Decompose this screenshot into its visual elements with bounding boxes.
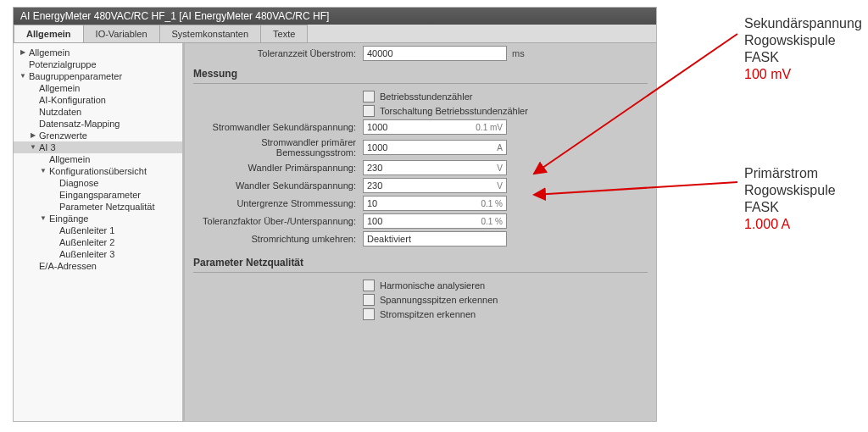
tab-texte[interactable]: Texte	[260, 25, 308, 42]
chevron-icon[interactable]: ▼	[39, 167, 47, 175]
input-toleranzzeit[interactable]: 40000	[363, 46, 507, 61]
tree-spacer	[49, 226, 58, 235]
tree-spacer	[29, 262, 37, 270]
unit-label: 0.1 mV	[470, 123, 503, 132]
tree-item[interactable]: ▼AI 3	[14, 141, 182, 153]
value-input[interactable]: 230V	[363, 160, 507, 175]
tree-item[interactable]: Allgemein	[14, 153, 182, 165]
chevron-icon[interactable]: ▶	[19, 48, 27, 57]
window-title: AI EnergyMeter 480VAC/RC HF_1 [AI Energy…	[14, 8, 656, 25]
tree-item-label: Diagnose	[59, 178, 98, 188]
unit-label: V	[492, 163, 503, 173]
tree-spacer	[49, 238, 58, 246]
tree-item[interactable]: ▶Grenzwerte	[14, 130, 182, 141]
tab-bar: Allgemein IO-Variablen Systemkonstanten …	[14, 25, 656, 43]
tree-item[interactable]: ▼Baugruppenparameter	[14, 70, 182, 82]
tree-item-label: E/A-Adressen	[39, 261, 97, 271]
unit-label: 0.1 %	[476, 199, 503, 208]
value-input[interactable]: 230V	[363, 178, 507, 193]
content-pane: Toleranzzeit Überstrom: 40000 ms Messung…	[185, 43, 656, 421]
tree-item[interactable]: Allgemein	[14, 82, 182, 94]
group-messung: Messung Betriebsstundenzähler Torschaltu…	[193, 66, 648, 246]
group-title-messung: Messung	[193, 66, 648, 84]
tree-item-label: Konfigurationsübersicht	[49, 166, 147, 176]
app-window: AI EnergyMeter 480VAC/RC HF_1 [AI Energy…	[13, 7, 657, 422]
tab-io-variablen[interactable]: IO-Variablen	[83, 25, 160, 42]
tree-item-label: Allgemein	[49, 154, 90, 164]
tree-item[interactable]: AI-Konfiguration	[14, 94, 182, 106]
tree-spacer	[49, 191, 58, 199]
tab-allgemein[interactable]: Allgemein	[14, 25, 84, 42]
tree-item-label: Grenzwerte	[39, 130, 87, 141]
tree-item-label: Außenleiter 2	[59, 237, 114, 247]
check-betriebsstunden[interactable]: Betriebsstundenzähler	[363, 91, 648, 102]
tree-item-label: Nutzdaten	[39, 107, 81, 117]
tree-spacer	[49, 250, 58, 258]
tree-item-label: Eingangsparameter	[59, 190, 141, 200]
tree-item[interactable]: Datensatz-Mapping	[14, 118, 182, 130]
value-input[interactable]: 1000.1 %	[363, 213, 507, 229]
group-title-netzqualitaet: Parameter Netzqualität	[193, 255, 648, 273]
tree-item-label: Außenleiter 3	[59, 249, 114, 259]
chevron-icon[interactable]: ▼	[19, 72, 27, 80]
tree-spacer	[19, 60, 27, 69]
field-label: Stromrichtung umkehren:	[193, 234, 363, 244]
tree-item-label: Allgemein	[39, 83, 80, 93]
unit-label: V	[492, 181, 503, 191]
tree-item[interactable]: Nutzdaten	[14, 106, 182, 118]
field-label: Untergrenze Strommessung:	[193, 198, 363, 208]
checkbox-icon	[363, 105, 375, 117]
tree-item[interactable]: ▼Eingänge	[14, 213, 182, 224]
tree-item-label: Außenleiter 1	[59, 225, 114, 235]
unit-ms: ms	[512, 48, 536, 58]
value-input[interactable]: Deaktiviert	[363, 231, 507, 246]
checkbox-icon	[363, 91, 375, 102]
tree-item[interactable]: ▼Konfigurationsübersicht	[14, 165, 182, 177]
value-input[interactable]: 10000.1 mV	[363, 119, 507, 135]
tree-item-label: Parameter Netzqualität	[59, 202, 155, 212]
tree-item[interactable]: Außenleiter 1	[14, 224, 182, 236]
check-stromspitzen[interactable]: Stromspitzen erkennen	[363, 308, 648, 320]
tree-item[interactable]: E/A-Adressen	[14, 260, 182, 272]
annotation-primaerstrom: Primärstrom Rogowskispule FASK 1.000 A	[744, 165, 868, 233]
field-label: Wandler Sekundärspannung:	[193, 180, 363, 191]
value-input[interactable]: 1000A	[363, 140, 507, 155]
tree-item-label: Datensatz-Mapping	[39, 119, 120, 129]
label-toleranzzeit: Toleranzzeit Überstrom:	[193, 48, 363, 58]
tree-item[interactable]: ▶Allgemein	[14, 47, 182, 58]
annotation-sekundaerspannung: Sekundärspannung Rogowskispule FASK 100 …	[744, 15, 868, 83]
chevron-icon[interactable]: ▼	[39, 214, 47, 223]
field-label: Stromwandler Sekundärspannung:	[193, 122, 363, 132]
property-tree: ▶AllgemeinPotenzialgruppe▼Baugruppenpara…	[14, 43, 183, 421]
tree-item[interactable]: Diagnose	[14, 177, 182, 189]
tab-systemkonstanten[interactable]: Systemkonstanten	[159, 25, 262, 42]
tree-spacer	[39, 155, 47, 163]
field-label: Stromwandler primärer Bemessungsstrom:	[193, 137, 363, 158]
tree-item-label: AI 3	[39, 142, 56, 152]
chevron-icon[interactable]: ▼	[29, 143, 37, 152]
tree-spacer	[29, 119, 37, 128]
unit-label: 0.1 %	[476, 217, 503, 226]
checkbox-icon	[363, 280, 375, 291]
check-harmonische[interactable]: Harmonische analysieren	[363, 280, 648, 291]
tree-item[interactable]: Eingangsparameter	[14, 189, 182, 201]
tree-item[interactable]: Außenleiter 2	[14, 236, 182, 248]
tree-item-label: AI-Konfiguration	[39, 95, 106, 105]
field-label: Wandler Primärspannung:	[193, 163, 363, 173]
checkbox-icon	[363, 294, 375, 306]
tree-spacer	[29, 108, 37, 116]
field-label: Toleranzfaktor Über-/Unterspannung:	[193, 216, 363, 226]
group-netzqualitaet: Parameter Netzqualität Harmonische analy…	[193, 255, 648, 320]
tree-item-label: Eingänge	[49, 213, 89, 224]
value-input[interactable]: 100.1 %	[363, 196, 507, 211]
tree-item[interactable]: Potenzialgruppe	[14, 58, 182, 70]
chevron-icon[interactable]: ▶	[29, 131, 37, 140]
check-torschaltung[interactable]: Torschaltung Betriebsstundenzähler	[363, 105, 648, 117]
check-spannungsspitzen[interactable]: Spannungsspitzen erkennen	[363, 294, 648, 306]
tree-item-label: Allgemein	[29, 47, 70, 58]
tree-spacer	[29, 96, 37, 104]
tree-item[interactable]: Parameter Netzqualität	[14, 201, 182, 213]
tree-item[interactable]: Außenleiter 3	[14, 248, 182, 260]
unit-label: A	[492, 143, 503, 152]
checkbox-icon	[363, 308, 375, 320]
